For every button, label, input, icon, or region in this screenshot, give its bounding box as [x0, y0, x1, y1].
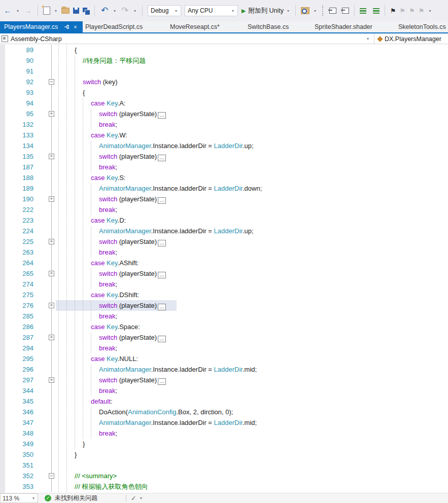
- code-line-346[interactable]: 346DoAction(AnimationConfig.Box, 2, dirc…: [0, 407, 448, 417]
- code-line-297[interactable]: 297+switch (playerState)…: [0, 375, 448, 385]
- code-line-287[interactable]: 287+switch (playerState)…: [0, 332, 448, 343]
- code-line-189[interactable]: 189AnimatorManager.Instance.ladderDir = …: [0, 183, 448, 194]
- close-icon[interactable]: ×: [74, 24, 77, 30]
- code-line-353[interactable]: 353/// 根据输入获取角色朝向: [0, 481, 448, 492]
- code-cleanup-button[interactable]: ✓ ▾: [131, 493, 143, 503]
- code-line-296[interactable]: 296AnimatorManager.Instance.ladderDir = …: [0, 364, 448, 375]
- tab-skeletontools-cs[interactable]: SkeletonTools.cs: [398, 21, 446, 32]
- code-line-93[interactable]: 93{: [0, 87, 448, 98]
- solution-config-dropdown[interactable]: Debug ▾: [148, 5, 181, 16]
- decrease-indent-icon[interactable]: [360, 8, 366, 14]
- code-line-286[interactable]: 286case Key.Space:: [0, 321, 448, 332]
- code-line-295[interactable]: 295case Key.NULL:: [0, 353, 448, 364]
- navigate-forward-frame-icon[interactable]: [342, 8, 349, 14]
- code-line-133[interactable]: 133case Key.W:: [0, 130, 448, 140]
- tab-playerdeadscript-cs[interactable]: PlayerDeadScript.cs: [85, 21, 143, 32]
- find-caret-icon[interactable]: ▾: [313, 9, 317, 13]
- code-line-135[interactable]: 135+switch (playerState)…: [0, 151, 448, 162]
- code-line-94[interactable]: 94case Key.A:: [0, 98, 448, 109]
- code-line-91[interactable]: 91: [0, 66, 448, 77]
- undo-caret-icon[interactable]: ▾: [113, 9, 117, 13]
- code-line-89[interactable]: 89{: [0, 45, 448, 55]
- redo-caret-icon[interactable]: ▾: [133, 9, 137, 13]
- code-line-132[interactable]: 132break;: [0, 119, 448, 130]
- project-dropdown[interactable]: Assembly-CSharp: [2, 33, 62, 44]
- new-file-caret-icon[interactable]: ▾: [54, 9, 58, 13]
- code-line-265[interactable]: 265+switch (playerState)…: [0, 268, 448, 279]
- code-line-95[interactable]: 95+switch (playerState)…: [0, 109, 448, 119]
- next-bookmark-icon[interactable]: ⚑: [409, 7, 415, 15]
- tab-switchbase-cs[interactable]: SwitchBase.cs: [248, 21, 289, 32]
- code-line-190[interactable]: 190+switch (playerState)…: [0, 194, 448, 204]
- pin-icon[interactable]: [64, 24, 70, 30]
- code-line-294[interactable]: 294break;: [0, 343, 448, 353]
- code-line-285[interactable]: 285break;: [0, 311, 448, 321]
- expand-icon[interactable]: +: [49, 196, 54, 202]
- expand-icon[interactable]: +: [49, 154, 54, 159]
- code-line-344[interactable]: 344break;: [0, 385, 448, 396]
- clear-bookmarks-icon[interactable]: ⚑: [419, 7, 425, 15]
- collapse-icon[interactable]: −: [49, 79, 54, 85]
- code-line-263[interactable]: 263break;: [0, 247, 448, 258]
- code-line-92[interactable]: 92−switch (key): [0, 77, 448, 87]
- tab-spriteshader-shader[interactable]: SpriteShader.shader: [315, 21, 372, 32]
- toggle-bookmark-icon[interactable]: ⚑: [390, 7, 396, 15]
- code-line-134[interactable]: 134AnimatorManager.Instance.ladderDir = …: [0, 140, 448, 151]
- tab-movereseapt-cs-[interactable]: MoveReseapt.cs*: [170, 21, 220, 32]
- collapsed-region-box[interactable]: …: [158, 197, 166, 204]
- collapsed-region-box[interactable]: …: [158, 378, 166, 385]
- code-line-187[interactable]: 187break;: [0, 162, 448, 172]
- code-line-223[interactable]: 223case Key.D:: [0, 215, 448, 226]
- redo-icon[interactable]: ↷: [120, 6, 129, 16]
- tab-playersmanager[interactable]: PlayersManager.cs ×: [0, 21, 83, 32]
- code-line-351[interactable]: 351: [0, 460, 448, 471]
- code-line-264[interactable]: 264case Key.AShift:: [0, 258, 448, 268]
- collapsed-region-box[interactable]: …: [158, 272, 166, 278]
- expand-icon[interactable]: +: [49, 271, 54, 276]
- expand-icon[interactable]: +: [49, 377, 54, 383]
- open-file-icon[interactable]: [61, 8, 70, 14]
- expand-icon[interactable]: +: [49, 335, 54, 340]
- navigate-back-icon[interactable]: ←: [3, 6, 12, 16]
- code-line-345[interactable]: 345default:: [0, 396, 448, 407]
- code-line-276[interactable]: 276+switch (playerState)…: [0, 300, 448, 311]
- collapsed-region-box[interactable]: …: [158, 240, 166, 246]
- save-all-icon[interactable]: [83, 8, 89, 14]
- code-line-347[interactable]: 347AnimatorManager.Instance.ladderDir = …: [0, 417, 448, 428]
- code-line-274[interactable]: 274break;: [0, 279, 448, 290]
- code-line-350[interactable]: 350}: [0, 449, 448, 460]
- toolbar-overflow-caret-icon[interactable]: ▾: [428, 9, 432, 13]
- navigate-backward-frame-icon[interactable]: [329, 8, 336, 14]
- code-line-349[interactable]: 349}: [0, 439, 448, 449]
- expand-icon[interactable]: +: [49, 111, 54, 117]
- type-dropdown[interactable]: DX.PlayersManager: [378, 33, 441, 44]
- increase-indent-icon[interactable]: [373, 8, 380, 14]
- attach-to-unity-button[interactable]: ▶ 附加到 Unity ▾: [242, 7, 290, 15]
- save-icon[interactable]: [73, 8, 79, 14]
- platform-dropdown[interactable]: Any CPU ▾: [185, 5, 238, 16]
- prev-bookmark-icon[interactable]: ⚑: [400, 7, 406, 15]
- zoom-dropdown[interactable]: 113 % ▾: [0, 493, 38, 503]
- project-dropdown-caret-icon[interactable]: ▾: [366, 37, 370, 41]
- collapsed-region-box[interactable]: …: [158, 336, 166, 342]
- code-line-188[interactable]: 188case Key.S:: [0, 172, 448, 183]
- new-file-icon[interactable]: [43, 7, 50, 15]
- code-line-222[interactable]: 222break;: [0, 204, 448, 215]
- expand-icon[interactable]: +: [49, 239, 54, 244]
- navigate-forward-icon[interactable]: →: [23, 6, 32, 16]
- collapse-icon[interactable]: −: [49, 473, 54, 479]
- find-in-files-icon[interactable]: [301, 7, 309, 14]
- expand-icon[interactable]: +: [49, 303, 54, 308]
- code-editor[interactable]: 89{90//转身问题：平移问题9192−switch (key)93{94ca…: [0, 45, 448, 493]
- collapsed-region-box[interactable]: …: [158, 155, 166, 161]
- collapsed-region-box[interactable]: …: [158, 112, 166, 119]
- code-line-352[interactable]: 352−/// <summary>: [0, 471, 448, 481]
- health-indicator[interactable]: ✓ 未找到相关问题: [45, 493, 97, 503]
- undo-icon[interactable]: ↶: [100, 6, 109, 16]
- code-line-225[interactable]: 225+switch (playerState)…: [0, 236, 448, 247]
- code-line-90[interactable]: 90//转身问题：平移问题: [0, 55, 448, 66]
- code-line-224[interactable]: 224AnimatorManager.Instance.ladderDir = …: [0, 226, 448, 236]
- code-line-275[interactable]: 275case Key.DShift:: [0, 290, 448, 300]
- code-line-348[interactable]: 348break;: [0, 428, 448, 439]
- collapsed-region-box[interactable]: …: [158, 304, 166, 310]
